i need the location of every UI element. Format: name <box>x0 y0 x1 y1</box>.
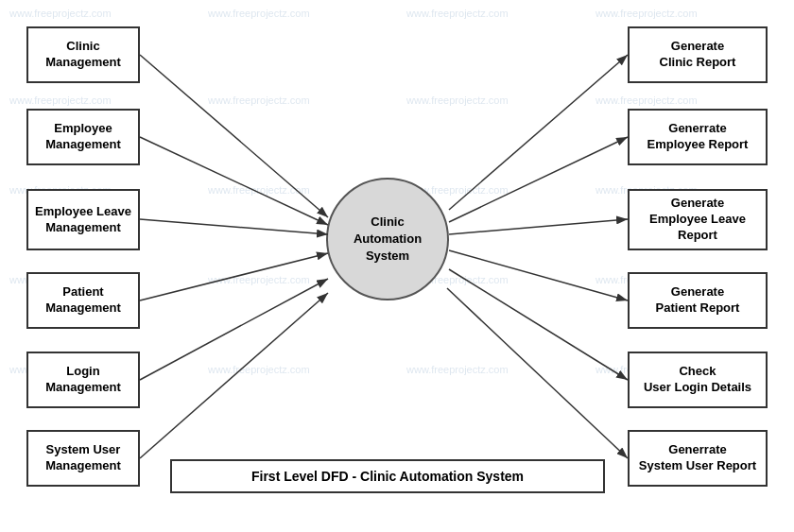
svg-line-1 <box>140 55 328 217</box>
svg-line-5 <box>140 279 328 380</box>
svg-line-2 <box>140 137 328 225</box>
watermark: www.freeprojectz.com <box>208 274 310 285</box>
box-generate-system-user-report: Generrate System User Report <box>628 430 768 487</box>
caption-box: First Level DFD - Clinic Automation Syst… <box>170 459 605 493</box>
svg-line-12 <box>447 288 628 458</box>
box-login-management: Login Management <box>26 352 140 408</box>
svg-line-11 <box>449 269 628 380</box>
box-generate-employee-leave-report: Generate Employee Leave Report <box>628 189 768 250</box>
box-generate-patient-report: Generate Patient Report <box>628 272 768 329</box>
svg-line-6 <box>140 293 328 458</box>
watermark: www.freeprojectz.com <box>208 184 310 196</box>
box-employee-leave-management: Employee Leave Management <box>26 189 140 250</box>
svg-line-8 <box>449 137 628 222</box>
box-employee-management: Employee Management <box>26 109 140 165</box>
svg-line-7 <box>449 55 628 210</box>
watermark: www.freeprojectz.com <box>406 364 509 375</box>
watermark: www.freeprojectz.com <box>9 94 112 106</box>
box-clinic-management: Clinic Management <box>26 26 140 83</box>
center-circle: Clinic Automation System <box>326 178 449 300</box>
box-patient-management: Patient Management <box>26 272 140 329</box>
watermark: www.freeprojectz.com <box>208 94 310 106</box>
watermark: www.freeprojectz.com <box>208 8 310 19</box>
box-system-user-management: System User Management <box>26 430 140 487</box>
svg-line-9 <box>449 219 628 234</box>
watermark: www.freeprojectz.com <box>406 8 509 19</box>
svg-line-10 <box>449 250 628 300</box>
box-generate-clinic-report: Generate Clinic Report <box>628 26 768 83</box>
watermark: www.freeprojectz.com <box>208 364 310 375</box>
svg-line-3 <box>140 219 328 234</box>
svg-line-4 <box>140 253 328 300</box>
watermark: www.freeprojectz.com <box>596 8 698 19</box>
watermark: www.freeprojectz.com <box>406 94 509 106</box>
watermark: www.freeprojectz.com <box>9 8 112 19</box>
box-check-user-login: Check User Login Details <box>628 352 768 408</box>
box-generate-employee-report: Generrate Employee Report <box>628 109 768 165</box>
diagram-container: www.freeprojectz.com www.freeprojectz.co… <box>0 0 794 501</box>
watermark: www.freeprojectz.com <box>596 94 698 106</box>
